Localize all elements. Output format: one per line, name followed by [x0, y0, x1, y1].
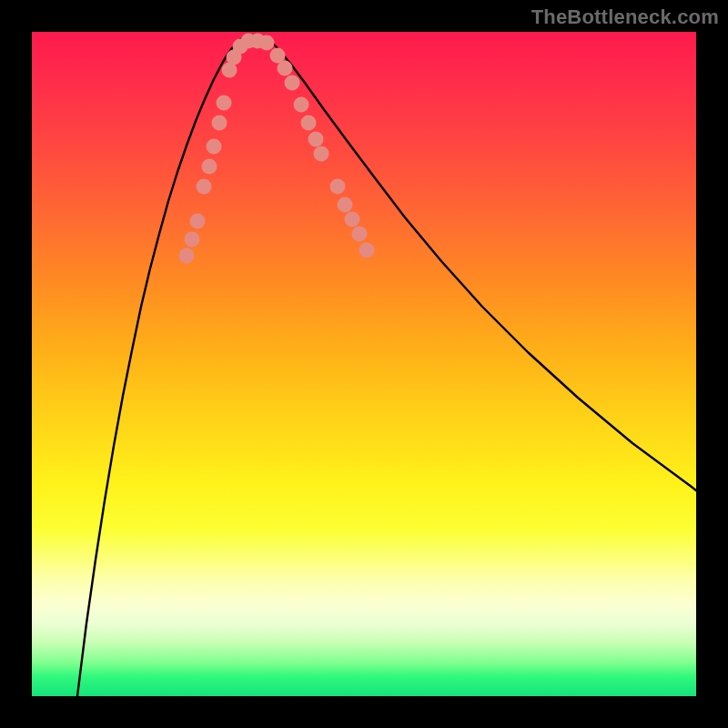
marker-dot	[185, 232, 200, 248]
marker-dot	[301, 116, 317, 131]
marker-dot	[179, 248, 195, 264]
marker-dot	[352, 227, 368, 242]
bottleneck-curve	[77, 35, 696, 696]
curve-layer	[32, 32, 696, 696]
outer-frame: TheBottleneck.com	[0, 0, 728, 728]
marker-dot	[359, 243, 375, 258]
marker-dot	[345, 212, 360, 228]
marker-dot	[278, 61, 293, 76]
marker-dot	[314, 147, 329, 162]
marker-dot	[285, 76, 300, 91]
plot-area	[32, 32, 696, 696]
marker-dot	[190, 214, 206, 229]
marker-dot	[330, 179, 346, 195]
marker-dot	[338, 197, 353, 213]
marker-dot	[197, 179, 212, 195]
watermark-text: TheBottleneck.com	[531, 5, 719, 29]
marker-dots	[179, 34, 375, 264]
marker-dot	[308, 132, 324, 147]
marker-dot	[212, 116, 228, 131]
marker-dot	[217, 96, 232, 111]
marker-dot	[294, 97, 309, 113]
marker-dot	[259, 35, 275, 51]
marker-dot	[202, 159, 217, 175]
marker-dot	[207, 139, 222, 155]
